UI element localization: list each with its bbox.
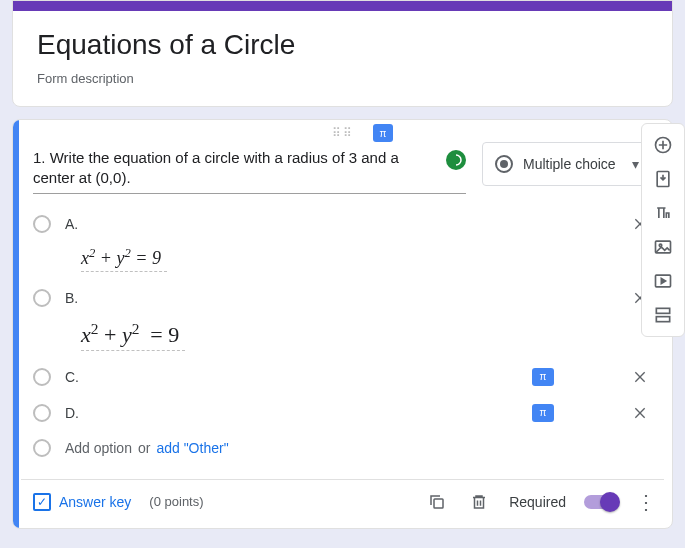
- import-questions-button[interactable]: [648, 164, 678, 194]
- chevron-down-icon: ▾: [632, 156, 639, 172]
- form-header-card: Equations of a Circle Form description: [12, 0, 673, 107]
- equation-chip-icon[interactable]: π: [532, 404, 554, 422]
- add-other-button[interactable]: add "Other": [156, 440, 228, 456]
- question-type-dropdown[interactable]: Multiple choice ▾: [482, 142, 652, 186]
- option-label-input[interactable]: A.: [65, 216, 614, 232]
- add-title-button[interactable]: [648, 198, 678, 228]
- svg-rect-7: [656, 317, 669, 322]
- option-row: C. π: [33, 359, 652, 395]
- option-label-input[interactable]: D.: [65, 405, 518, 421]
- add-section-button[interactable]: [648, 300, 678, 330]
- radio-icon: [33, 368, 51, 386]
- add-or-label: or: [138, 440, 150, 456]
- remove-option-button[interactable]: [628, 401, 652, 425]
- answer-key-icon: ✓: [33, 493, 51, 511]
- svg-rect-0: [434, 499, 443, 508]
- option-equation[interactable]: x2 + y2 = 9: [81, 320, 185, 351]
- question-card: ⠿⠿ π 1. Write the equation of a circle w…: [12, 119, 673, 529]
- duplicate-button[interactable]: [425, 490, 449, 514]
- add-option-button[interactable]: Add option: [65, 440, 132, 456]
- side-toolbar: [641, 123, 685, 337]
- more-options-button[interactable]: ⋮: [636, 490, 656, 514]
- form-description[interactable]: Form description: [37, 71, 648, 86]
- add-video-button[interactable]: [648, 266, 678, 296]
- svg-rect-6: [656, 308, 669, 313]
- divider: [21, 479, 664, 480]
- question-text-input[interactable]: 1. Write the equation of a circle with a…: [33, 148, 466, 194]
- answer-key-button[interactable]: ✓ Answer key: [33, 493, 131, 511]
- required-label: Required: [509, 494, 566, 510]
- question-footer: ✓ Answer key (0 points) Required ⋮: [13, 490, 672, 518]
- points-label: (0 points): [149, 494, 203, 509]
- options-list: A. x2 + y2 = 9 B. x2 + y2 = 9 C. π: [13, 194, 672, 465]
- answer-key-label: Answer key: [59, 494, 131, 510]
- equation-chip-icon[interactable]: π: [373, 124, 393, 142]
- delete-button[interactable]: [467, 490, 491, 514]
- form-title[interactable]: Equations of a Circle: [37, 29, 648, 61]
- option-row: D. π: [33, 395, 652, 431]
- remove-option-button[interactable]: [628, 365, 652, 389]
- option-row: B.: [33, 280, 652, 316]
- add-question-button[interactable]: [648, 130, 678, 160]
- radio-icon: [495, 155, 513, 173]
- option-equation[interactable]: x2 + y2 = 9: [81, 246, 167, 272]
- drag-handle-icon[interactable]: ⠿⠿: [13, 120, 672, 142]
- option-label-input[interactable]: C.: [65, 369, 518, 385]
- required-toggle[interactable]: [584, 495, 618, 509]
- equation-chip-icon[interactable]: π: [532, 368, 554, 386]
- option-label-input[interactable]: B.: [65, 290, 614, 306]
- add-option-row: Add option or add "Other": [33, 431, 652, 465]
- radio-icon: [33, 439, 51, 457]
- radio-icon: [33, 404, 51, 422]
- question-type-label: Multiple choice: [523, 156, 616, 172]
- radio-icon: [33, 215, 51, 233]
- assistive-chip-icon[interactable]: [446, 150, 466, 170]
- add-image-button[interactable]: [648, 232, 678, 262]
- option-row: A.: [33, 206, 652, 242]
- radio-icon: [33, 289, 51, 307]
